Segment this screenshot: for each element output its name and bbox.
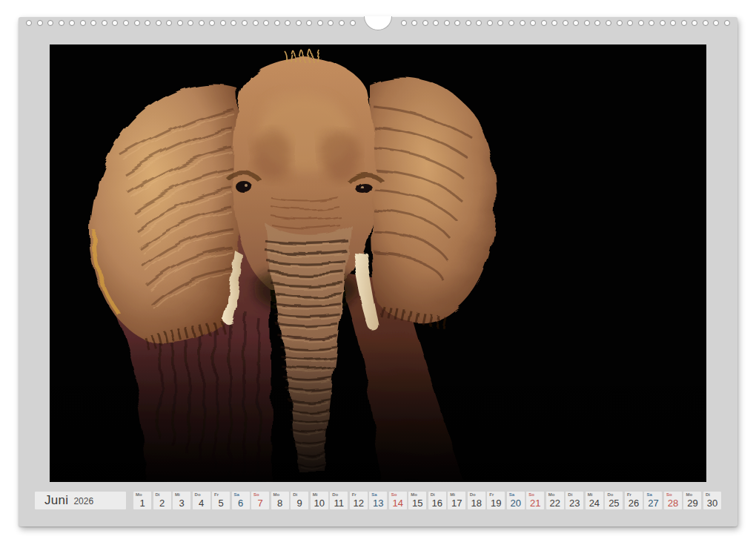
calendar-day-cell: Mo1 [133,492,151,509]
calendar-day-cell: Di9 [291,492,308,509]
binding-hole [80,20,86,26]
calendar-day-cell: Mo15 [408,492,426,509]
binding-hole [296,20,302,26]
elephant-photo [50,44,706,482]
binding-hole [166,20,172,26]
weekday-abbr: Di [293,492,297,497]
weekday-abbr: Fr [489,492,494,497]
calendar-day-cell: Sa13 [369,492,387,509]
binding-hole [584,20,590,26]
binding-hole [145,20,150,26]
day-number: 15 [408,498,426,508]
binding-hole [242,20,248,26]
calendar-product-page: { "sheet": { "background": "#d3d3d3", "b… [0,0,756,545]
day-number: 30 [703,498,721,508]
calendar-day-cell: Fr26 [625,492,643,509]
binding-hole [681,20,687,26]
weekday-abbr: Mo [686,492,692,497]
right-eye [355,182,371,194]
calendar-day-cell: Di30 [703,492,721,509]
calendar-day-cell: Do4 [193,492,210,509]
calendar-day-cell: Do18 [468,492,485,509]
binding-hole [594,20,600,26]
calendar-day-cell: Mo8 [271,492,289,509]
weekday-abbr: Sa [646,492,651,497]
weekday-abbr: Sa [234,492,239,497]
calendar-day-cell: Mi10 [311,492,328,509]
year-label: 2026 [73,496,93,506]
calendar-day-cell: So28 [664,492,682,509]
day-number: 11 [330,498,348,508]
day-number: 18 [468,498,485,508]
weekday-abbr: Mi [450,492,455,497]
weekday-abbr: So [253,492,259,497]
binding-hole [520,20,525,26]
binding-hole [433,20,439,26]
binding-hole [487,20,493,26]
day-number: 13 [369,498,387,508]
binding-hole [627,20,633,26]
calendar-day-cell: Do25 [605,492,623,509]
weekday-abbr: Do [607,492,613,497]
calendar-day-cell: Di16 [428,492,446,509]
weekday-abbr: Mo [273,492,280,497]
binding-hole [606,20,611,26]
calendar-day-cell: Di23 [566,492,583,509]
weekday-abbr: Do [332,492,338,497]
calendar-day-cell: So7 [251,492,269,509]
day-number: 28 [664,498,682,508]
binding-hole [541,20,547,26]
weekday-abbr: Mi [175,492,180,497]
calendar-day-cell: Di2 [153,492,171,509]
weekday-abbr: Fr [627,492,631,497]
month-name: Juni [44,493,68,508]
binding-hole [199,20,205,26]
binding-hole [220,20,226,26]
day-number: 20 [507,498,525,508]
binding-hole [47,20,53,26]
binding-hole [350,20,356,26]
binding-hole [508,20,514,26]
weekday-abbr: Sa [371,492,377,497]
day-number: 17 [448,498,465,508]
binding-hole [649,20,654,26]
weekday-abbr: Mo [548,492,555,497]
binding-hole [156,20,162,26]
day-number: 16 [428,498,446,508]
calendar-day-cell: Fr5 [212,492,230,509]
binding-hole [454,20,460,26]
calendar-day-cell: Sa20 [507,492,525,509]
calendar-day-cell: Sa6 [232,492,250,509]
binding-hole [102,20,107,26]
date-strip: Juni 2026 Mo1Di2Mi3Do4Fr5Sa6So7Mo8Di9Mi1… [35,492,721,509]
weekday-abbr: Fr [352,492,357,497]
day-number: 6 [232,498,250,508]
weekday-abbr: Di [706,492,710,497]
weekday-abbr: Do [195,492,201,497]
binding-hole [123,20,129,26]
day-number: 29 [683,498,701,508]
binding-hole [444,20,450,26]
binding-hole [285,20,291,26]
day-number: 9 [291,498,308,508]
calendar-day-cell: Mi17 [448,492,465,509]
binding-hole [638,20,644,26]
binding-hole [422,20,428,26]
calendar-day-cell: Mo29 [683,492,701,509]
binding-hole [411,20,417,26]
binding-hole [317,20,323,26]
calendar-day-cell: Mi3 [173,492,190,509]
day-number: 1 [133,498,151,508]
weekday-abbr: Di [568,492,572,497]
weekday-abbr: So [528,492,534,497]
binding-hole [274,20,280,26]
day-number: 3 [173,498,190,508]
binding-hole [573,20,579,26]
calendar-day-cell: So21 [526,492,544,509]
day-number: 5 [212,498,230,508]
weekday-abbr: Di [156,492,160,497]
binding-hole [724,20,730,26]
day-cells: Mo1Di2Mi3Do4Fr5Sa6So7Mo8Di9Mi10Do11Fr12S… [133,492,721,509]
calendar-day-cell: Sa27 [644,492,662,509]
day-number: 10 [311,498,328,508]
